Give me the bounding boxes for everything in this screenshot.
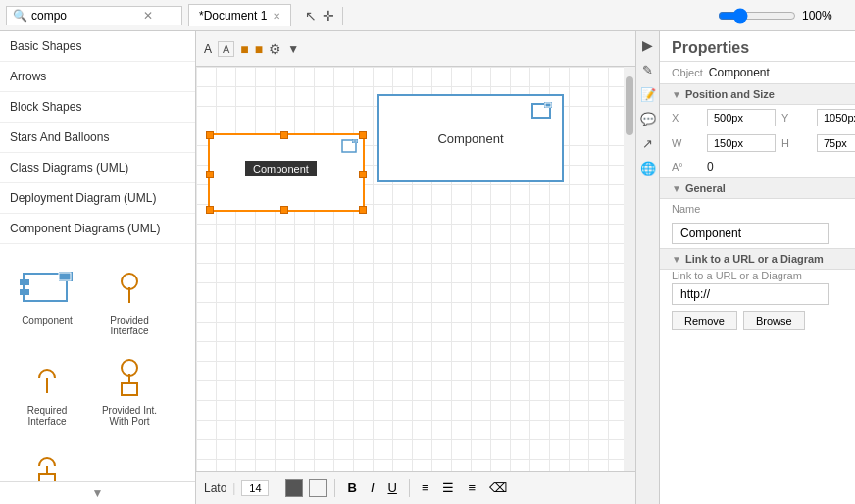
name-input[interactable]: [672, 223, 829, 244]
handle-tm: [280, 131, 288, 139]
w-input[interactable]: [707, 134, 776, 152]
handle-br: [359, 206, 367, 214]
component-icon-large-svg: [530, 102, 554, 120]
canvas-scroll-handle: [626, 76, 633, 135]
object-label: Object: [672, 67, 703, 78]
component-icon-large: [530, 102, 554, 123]
provided-interface-svg: [100, 266, 159, 309]
general-section[interactable]: ▼ General: [660, 177, 855, 199]
sidebar-search-area: 🔍 ✕: [6, 6, 182, 25]
align-left-icon[interactable]: ≡: [418, 479, 433, 497]
font-label: A: [204, 42, 212, 56]
color-swatch[interactable]: [285, 479, 303, 497]
required-int-4-preview: [16, 444, 78, 482]
component-label-large: Component: [437, 131, 503, 146]
format-sep3: [409, 479, 410, 497]
document-tab[interactable]: *Document 1 ✕: [188, 4, 291, 26]
remove-button[interactable]: Remove: [672, 311, 737, 330]
canvas-scrollbar[interactable]: [624, 67, 635, 471]
sidebar-item-class-diagrams[interactable]: Class Diagrams (UML): [0, 153, 195, 183]
font-size-separator: |: [232, 481, 235, 495]
component-label-small-text: Component: [253, 163, 309, 175]
topbar: 🔍 ✕ *Document 1 ✕ ↖ ✛ 100%: [0, 0, 855, 31]
component-icon-small: [341, 139, 359, 156]
shape-required-int-4[interactable]: Required Int.: [8, 437, 86, 482]
browse-button[interactable]: Browse: [743, 311, 805, 330]
x-input[interactable]: [707, 109, 776, 126]
sidebar-item-arrows[interactable]: Arrows: [0, 62, 195, 92]
shape-provided-int-with-port[interactable]: Provided Int. With Port: [90, 347, 169, 433]
object-type-row: Object Component: [660, 62, 855, 83]
right-icon-strip: ▶ ✎ 📝 💬 ↗ 🌐: [635, 31, 659, 504]
svg-rect-2: [20, 289, 29, 295]
provided-interface-preview: [98, 264, 161, 311]
move-icon[interactable]: ✛: [323, 8, 334, 24]
handle-tl: [206, 131, 214, 139]
edit-icon[interactable]: ✎: [642, 63, 653, 77]
h-label: H: [781, 137, 811, 149]
align-right-icon[interactable]: ≡: [464, 479, 479, 497]
object-value: Component: [709, 66, 770, 79]
chevron-down-icon: ▼: [92, 486, 104, 500]
link-buttons-row: Remove Browse: [660, 307, 855, 334]
list-icon[interactable]: ☰: [438, 479, 458, 497]
general-label: General: [685, 182, 726, 194]
link-input[interactable]: [672, 283, 829, 305]
pointer-icon[interactable]: ↖: [305, 8, 317, 24]
sidebar-scroll-down[interactable]: ▼: [0, 481, 195, 504]
underline-button[interactable]: U: [384, 479, 401, 497]
italic-button[interactable]: I: [367, 479, 378, 497]
position-size-label: Position and Size: [685, 88, 775, 100]
gear-icon[interactable]: ⚙: [269, 41, 281, 57]
shape-grid: Component Provided Interface: [0, 249, 195, 482]
component-box-large[interactable]: Component: [377, 94, 564, 182]
canvas-toolbar: A A ■ ■ ⚙ ▼: [196, 31, 635, 67]
fill-swatch[interactable]: [309, 479, 327, 497]
shape-provided-interface[interactable]: Provided Interface: [90, 257, 169, 343]
position-size-section[interactable]: ▼ Position and Size: [660, 83, 855, 105]
canvas[interactable]: Component: [196, 67, 635, 471]
link-section-label: Link to a URL or a Diagram: [685, 253, 824, 265]
shape-required-interface-label: Required Interface: [13, 405, 81, 427]
comments-icon[interactable]: 💬: [640, 112, 656, 126]
provided-int-with-port-preview: [98, 354, 161, 401]
sidebar-item-basic-shapes[interactable]: Basic Shapes: [0, 31, 195, 62]
search-input[interactable]: [31, 9, 139, 23]
required-interface-preview: [16, 354, 78, 401]
y-input[interactable]: [817, 109, 855, 126]
properties-icon[interactable]: ▶: [642, 37, 653, 53]
sidebar-item-stars-balloons[interactable]: Stars And Balloons: [0, 123, 195, 153]
shape-required-interface[interactable]: Required Interface: [8, 347, 86, 433]
format-sep1: [277, 479, 277, 497]
sidebar: Basic Shapes Arrows Block Shapes Stars A…: [0, 31, 196, 504]
component-label-tooltip: Component: [245, 161, 317, 176]
font-size-input[interactable]: [241, 480, 269, 496]
link-section[interactable]: ▼ Link to a URL or a Diagram: [660, 248, 855, 270]
shape-component[interactable]: Component: [8, 257, 86, 343]
x-label: X: [672, 112, 701, 124]
zoom-slider[interactable]: [718, 8, 796, 24]
sidebar-section-list: Basic Shapes Arrows Block Shapes Stars A…: [0, 31, 195, 249]
erase-icon[interactable]: ⌫: [485, 479, 511, 497]
link-collapse-icon: ▼: [672, 254, 681, 265]
tab-close-icon[interactable]: ✕: [273, 11, 280, 22]
tab-label: *Document 1: [199, 9, 267, 23]
clear-search-icon[interactable]: ✕: [143, 9, 153, 23]
sidebar-item-component-diagrams[interactable]: Component Diagrams (UML): [0, 214, 195, 244]
format-bar: Lato | B I U ≡ ☰ ≡ ⌫: [196, 471, 635, 504]
h-input[interactable]: [817, 134, 855, 152]
svg-rect-8: [122, 383, 137, 395]
dropdown-icon[interactable]: ▼: [287, 42, 299, 56]
notes-icon[interactable]: 📝: [640, 87, 656, 102]
bold-button[interactable]: B: [343, 479, 360, 497]
share-icon[interactable]: ↗: [642, 136, 653, 151]
component-icon-small-svg: [341, 139, 359, 153]
separator: [342, 7, 343, 25]
name-label: Name: [672, 203, 701, 215]
sidebar-item-deployment-diagrams[interactable]: Deployment Diagram (UML): [0, 183, 195, 214]
shape-component-label: Component: [22, 315, 73, 326]
sidebar-item-block-shapes[interactable]: Block Shapes: [0, 92, 195, 123]
publish-icon[interactable]: 🌐: [640, 161, 656, 176]
main-area: Basic Shapes Arrows Block Shapes Stars A…: [0, 31, 855, 504]
component-svg: [18, 266, 76, 309]
